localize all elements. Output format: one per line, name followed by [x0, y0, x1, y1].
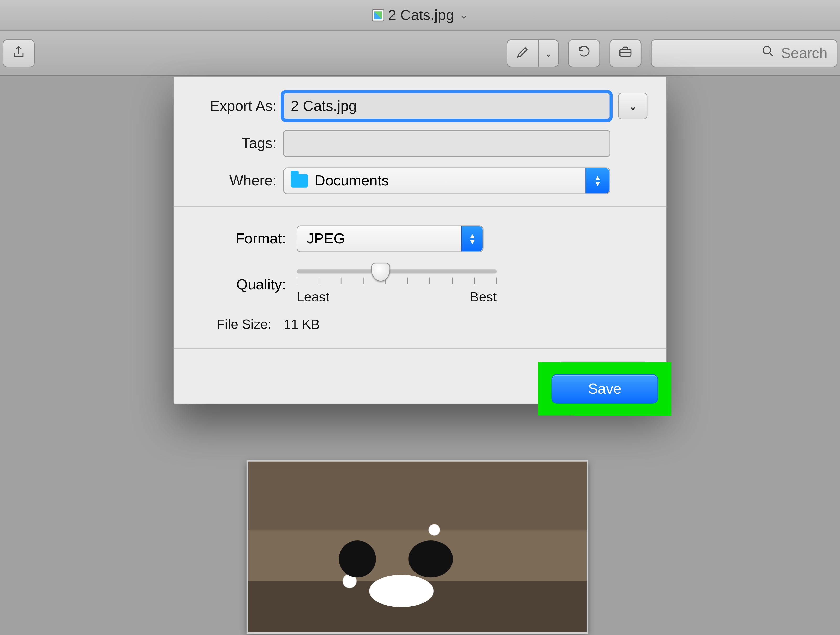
export-as-label: Export As:	[193, 97, 283, 115]
image-preview	[247, 460, 588, 634]
markup-button-group: ⌄	[507, 39, 559, 67]
pencil-icon	[515, 44, 530, 62]
export-sheet: Export As: 2 Cats.jpg ⌄ Tags: Where:	[173, 76, 667, 404]
expand-sheet-button[interactable]: ⌄	[618, 93, 647, 119]
where-label: Where:	[193, 172, 283, 189]
window-titlebar: 2 Cats.jpg ⌄	[0, 0, 840, 31]
filesize-value: 11 KB	[284, 317, 320, 332]
format-value: JPEG	[306, 230, 345, 247]
format-select[interactable]: JPEG ▲▼	[297, 226, 483, 252]
search-icon	[761, 44, 776, 62]
markup-button[interactable]	[507, 39, 538, 67]
title-chevron-down-icon[interactable]: ⌄	[459, 9, 468, 21]
folder-icon	[291, 174, 308, 187]
format-stepper-icon: ▲▼	[461, 226, 483, 252]
save-button-label: Save	[588, 380, 621, 397]
export-as-value: 2 Cats.jpg	[291, 97, 357, 115]
format-label: Format:	[209, 230, 297, 247]
toolbar: ⌄ Search	[0, 31, 840, 76]
filesize-label: File Size:	[217, 317, 272, 332]
toolbox-icon	[618, 44, 633, 62]
tags-label: Tags:	[193, 135, 283, 152]
export-as-input[interactable]: 2 Cats.jpg	[284, 93, 610, 119]
rotate-button[interactable]	[568, 39, 600, 67]
save-highlight: Save	[538, 362, 671, 415]
window-title[interactable]: 2 Cats.jpg	[388, 6, 454, 24]
svg-point-1	[763, 46, 771, 54]
share-icon	[11, 44, 26, 62]
share-button[interactable]	[3, 39, 35, 67]
where-stepper-icon: ▲▼	[585, 168, 609, 193]
tags-input[interactable]	[284, 130, 610, 157]
search-input[interactable]: Search	[651, 39, 837, 67]
markup-dropdown-button[interactable]: ⌄	[538, 39, 559, 67]
document-icon	[372, 9, 384, 21]
search-placeholder: Search	[781, 44, 827, 62]
quality-slider[interactable]: Least Best	[297, 264, 497, 305]
chevron-down-icon: ⌄	[545, 48, 552, 59]
quality-least-label: Least	[297, 290, 329, 305]
quality-label: Quality:	[209, 276, 297, 293]
save-button[interactable]: Save	[551, 374, 658, 404]
where-value: Documents	[315, 172, 389, 189]
edit-toolbar-button[interactable]	[609, 39, 641, 67]
rotate-icon	[577, 44, 591, 62]
where-select[interactable]: Documents ▲▼	[284, 168, 610, 194]
chevron-down-icon: ⌄	[628, 100, 637, 112]
quality-best-label: Best	[470, 290, 497, 305]
